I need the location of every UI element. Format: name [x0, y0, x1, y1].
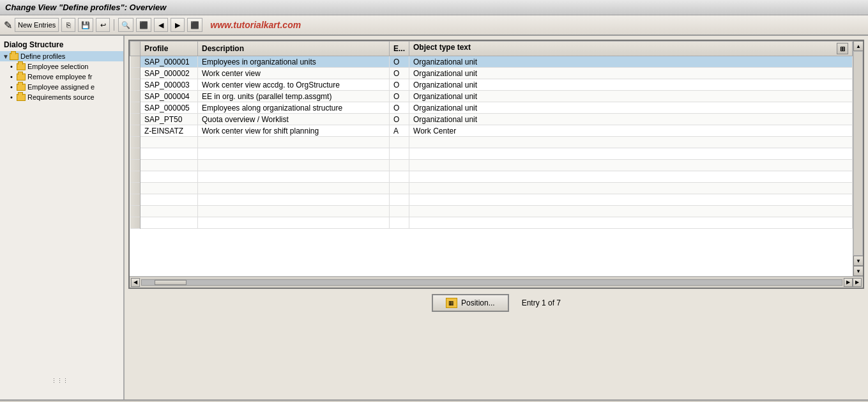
- description-cell: EE in org. units (parallel temp.assgmt): [198, 91, 390, 102]
- folder-open-icon: [10, 53, 19, 60]
- copy-button[interactable]: ⎘: [61, 18, 75, 32]
- tree-item-remove-employee[interactable]: • Remove employee fr: [0, 72, 123, 82]
- scroll-track[interactable]: [853, 51, 863, 256]
- row-selector-cell[interactable]: [130, 91, 141, 102]
- scroll-down2-button[interactable]: ▼: [853, 266, 863, 276]
- e-cell: A: [390, 125, 409, 137]
- row-selector-cell[interactable]: [130, 79, 141, 91]
- table-scroll-area: Profile Description E... Object type tex…: [130, 41, 863, 276]
- table-row[interactable]: Z-EINSATZ Work center view for shift pla…: [130, 125, 853, 137]
- tree-item-employee-selection[interactable]: • Employee selection: [0, 61, 123, 72]
- col-object-type-header: Object type text ⊞: [409, 42, 853, 56]
- tree-item-label: Employee selection: [27, 63, 88, 70]
- description-cell: Work center view for shift planning: [198, 125, 390, 137]
- object-type-cell: Organizational unit: [409, 114, 853, 125]
- e-cell-empty: [390, 194, 409, 206]
- main-area: Dialog Structure ▼ Define profiles • Emp…: [0, 36, 868, 399]
- table-row[interactable]: SAP_000002 Work center view O Organizati…: [130, 68, 853, 79]
- tree-item-define-profiles[interactable]: ▼ Define profiles: [0, 51, 123, 61]
- watermark: www.tutorialkart.com: [210, 20, 301, 30]
- profile-cell: SAP_000005: [141, 102, 198, 114]
- col-selector-header: [130, 42, 141, 56]
- table-row[interactable]: SAP_PT50 Quota overview / Worklist O Org…: [130, 114, 853, 125]
- description-cell: Quota overview / Worklist: [198, 114, 390, 125]
- row-selector-cell[interactable]: [130, 56, 141, 68]
- row-selector-cell: [130, 160, 141, 171]
- tree-item-employee-assigned[interactable]: • Employee assigned e: [0, 82, 123, 92]
- column-resize-icon[interactable]: ⊞: [837, 43, 848, 54]
- e-cell: O: [390, 56, 409, 68]
- hscroll-track[interactable]: [141, 279, 842, 286]
- table-row-empty: [130, 148, 853, 160]
- col-profile-header: Profile: [141, 42, 198, 56]
- next-button[interactable]: ▶: [171, 18, 185, 32]
- bullet-dot: •: [10, 83, 17, 91]
- row-selector-cell: [130, 194, 141, 206]
- description-cell: Work center view: [198, 68, 390, 79]
- next-icon: ▶: [175, 21, 180, 29]
- row-selector-cell: [130, 137, 141, 148]
- e-cell-empty: [390, 217, 409, 229]
- new-entries-button[interactable]: New Entries: [15, 18, 59, 32]
- table-row[interactable]: SAP_000003 Work center view accdg. to Or…: [130, 79, 853, 91]
- hscroll-right-button[interactable]: ▶: [844, 278, 853, 287]
- object-type-cell: Organizational unit: [409, 91, 853, 102]
- hscroll-right2-button[interactable]: ▶: [853, 278, 862, 287]
- description-cell-empty: [198, 183, 390, 194]
- table-row-empty: [130, 137, 853, 148]
- bullet-dot: •: [10, 73, 17, 81]
- object-type-cell: Organizational unit: [409, 56, 853, 68]
- row-selector-cell: [130, 148, 141, 160]
- table-row[interactable]: SAP_000005 Employees along organizationa…: [130, 102, 853, 114]
- more-button[interactable]: ⬛: [187, 18, 202, 32]
- horizontal-scrollbar: ◀ ▶ ▶: [130, 276, 863, 288]
- row-selector-cell[interactable]: [130, 114, 141, 125]
- description-cell: Work center view accdg. to OrgStructure: [198, 79, 390, 91]
- prev-button[interactable]: ◀: [154, 18, 168, 32]
- scroll-up-button[interactable]: ▲: [853, 41, 863, 51]
- status-bar: ◀ ▶: [0, 399, 868, 402]
- find-next-button[interactable]: ⬛: [136, 18, 151, 32]
- row-selector-cell[interactable]: [130, 102, 141, 114]
- row-selector-cell[interactable]: [130, 68, 141, 79]
- description-cell-empty: [198, 194, 390, 206]
- object-type-cell: Work Center: [409, 125, 853, 137]
- find-button[interactable]: 🔍: [118, 18, 133, 32]
- find-icon: 🔍: [121, 21, 130, 29]
- e-cell: O: [390, 102, 409, 114]
- description-cell-empty: [198, 171, 390, 183]
- object-type-cell-empty: [409, 206, 853, 217]
- tree-item-label: Employee assigned e: [27, 83, 95, 91]
- undo-button[interactable]: ↩: [96, 18, 110, 32]
- profile-cell: SAP_000002: [141, 68, 198, 79]
- profile-cell-empty: [141, 194, 198, 206]
- left-panel: Dialog Structure ▼ Define profiles • Emp…: [0, 36, 125, 399]
- expand-arrow: ▼: [3, 53, 9, 60]
- description-cell: Employees in organizational units: [198, 56, 390, 68]
- table-row[interactable]: SAP_000004 EE in org. units (parallel te…: [130, 91, 853, 102]
- description-cell-empty: [198, 217, 390, 229]
- e-cell-empty: [390, 206, 409, 217]
- scroll-down-button[interactable]: ▼: [853, 256, 863, 266]
- table-row[interactable]: SAP_000001 Employees in organizational u…: [130, 56, 853, 68]
- hscroll-left-button[interactable]: ◀: [131, 278, 140, 287]
- save-button[interactable]: 💾: [78, 18, 93, 32]
- row-selector-cell: [130, 206, 141, 217]
- object-type-cell: Organizational unit: [409, 102, 853, 114]
- table-inner: Profile Description E... Object type tex…: [130, 41, 853, 276]
- description-cell-empty: [198, 148, 390, 160]
- profile-cell-empty: [141, 217, 198, 229]
- profile-cell-empty: [141, 206, 198, 217]
- table-row-empty: [130, 171, 853, 183]
- object-type-cell-empty: [409, 160, 853, 171]
- profile-cell: SAP_PT50: [141, 114, 198, 125]
- description-cell-empty: [198, 206, 390, 217]
- row-selector-cell[interactable]: [130, 125, 141, 137]
- tree-item-label: Remove employee fr: [27, 73, 93, 81]
- position-button[interactable]: ▦ Position...: [432, 294, 509, 312]
- tree-item-requirements-source[interactable]: • Requirements source: [0, 92, 123, 102]
- hscroll-thumb: [155, 280, 187, 285]
- panel-resize-handle[interactable]: ⋮⋮⋮: [51, 378, 68, 384]
- data-table: Profile Description E... Object type tex…: [130, 41, 853, 229]
- object-type-cell-empty: [409, 171, 853, 183]
